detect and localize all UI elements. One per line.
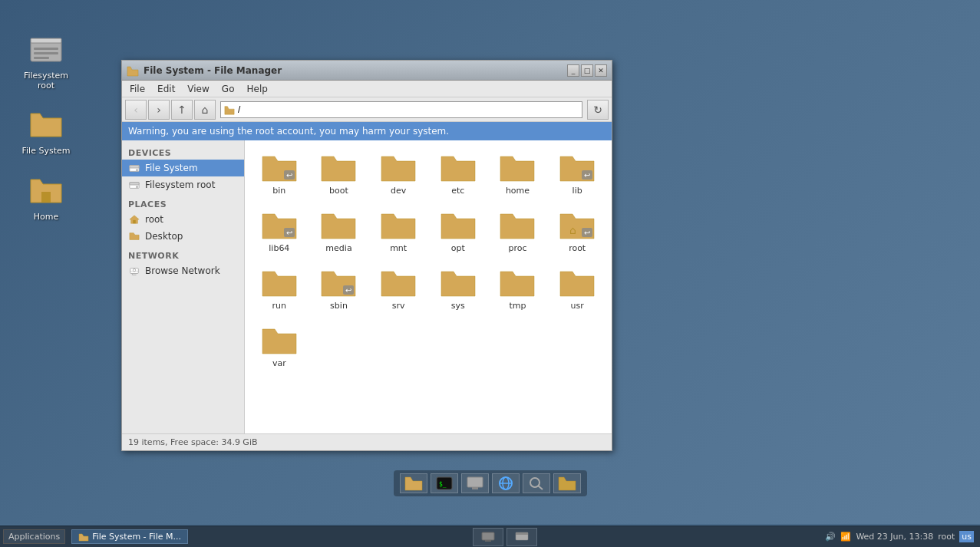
svg-rect-66 — [516, 532, 528, 535]
folder-icon-var — [261, 325, 298, 357]
active-window-button[interactable]: File System - File M... — [71, 529, 188, 544]
file-item-srv[interactable]: srv — [370, 262, 427, 316]
warning-text: Warning, you are using the root account,… — [128, 126, 449, 137]
sidebar-section-devices: DEVICES File System — [122, 145, 244, 193]
desktop-icon-home[interactable]: Home — [15, 172, 77, 222]
desktop: Filesystem root File System Home — [0, 0, 980, 524]
svg-marker-48 — [500, 272, 534, 296]
close-button[interactable]: ✕ — [595, 64, 607, 77]
svg-marker-9 — [225, 106, 234, 114]
file-item-home[interactable]: home — [490, 147, 546, 201]
menu-view[interactable]: View — [183, 82, 213, 96]
file-item-boot[interactable]: boot — [311, 147, 368, 201]
dock-files[interactable] — [400, 473, 427, 493]
folder-icon-lib: ↩ — [559, 152, 596, 184]
dock-terminal[interactable]: $_ — [431, 473, 458, 493]
file-item-sys[interactable]: sys — [430, 262, 487, 316]
desktop-icon-filesystem-root[interactable]: Filesystem root — [15, 31, 77, 91]
folder-icon-boot — [320, 152, 357, 184]
home-button[interactable]: ⌂ — [194, 100, 216, 120]
taskbar-icon-1[interactable] — [473, 528, 503, 546]
desktop-icon-file-system[interactable]: File System — [15, 106, 77, 156]
svg-rect-64 — [485, 540, 491, 542]
menu-edit[interactable]: Edit — [153, 82, 180, 96]
volume-icon[interactable]: 🔊 — [825, 532, 836, 542]
menu-file[interactable]: File — [125, 82, 150, 96]
file-item-usr[interactable]: usr — [549, 262, 605, 316]
svg-text:↩: ↩ — [584, 171, 590, 180]
folder-icon-opt — [440, 209, 477, 242]
up-button[interactable]: ↑ — [171, 100, 193, 120]
reload-button[interactable]: ↻ — [587, 100, 609, 120]
file-item-mnt[interactable]: mnt — [370, 204, 427, 259]
dock-folder[interactable] — [553, 473, 581, 493]
home-label: Home — [34, 212, 58, 222]
file-item-etc[interactable]: etc — [430, 147, 487, 201]
address-input[interactable] — [238, 104, 579, 115]
file-item-media[interactable]: media — [311, 204, 368, 259]
sidebar-item-filesystem-root[interactable]: Filesystem root — [122, 176, 244, 193]
file-item-var[interactable]: var — [251, 319, 308, 374]
dock-display[interactable] — [461, 473, 489, 493]
desktop-icon-sidebar — [128, 230, 140, 242]
file-item-tmp[interactable]: tmp — [490, 262, 546, 316]
svg-marker-35 — [381, 214, 415, 239]
svg-text:↩: ↩ — [286, 171, 292, 180]
file-item-sbin[interactable]: ↩sbin — [311, 262, 368, 316]
lang-label: us — [959, 531, 974, 542]
folder-icon-dev — [380, 152, 417, 184]
svg-rect-17 — [133, 220, 136, 223]
taskbar-left: Applications File System - File M... — [0, 529, 191, 544]
menu-help[interactable]: Help — [242, 82, 272, 96]
status-text: 19 items, Free space: 34.9 GiB — [128, 437, 258, 447]
svg-marker-50 — [262, 329, 296, 354]
home-icon-sidebar — [128, 213, 140, 226]
file-item-dev[interactable]: dev — [370, 147, 427, 201]
toolbar: ‹ › ↑ ⌂ ↻ — [122, 97, 612, 122]
file-area: ↩binbootdevetchome↩lib↩lib64mediamntoptp… — [245, 140, 612, 433]
file-item-root[interactable]: ↩⌂root — [549, 204, 605, 259]
folder-icon-tmp — [499, 267, 536, 299]
file-item-run[interactable]: run — [251, 262, 308, 316]
applications-menu[interactable]: Applications — [3, 529, 65, 544]
svg-marker-5 — [31, 114, 61, 137]
file-grid: ↩binbootdevetchome↩lib↩lib64mediamntoptp… — [251, 147, 605, 374]
sidebar-item-desktop[interactable]: Desktop — [122, 228, 244, 245]
folder-icon-usr — [559, 267, 596, 299]
svg-rect-14 — [130, 183, 139, 186]
file-item-lib64[interactable]: ↩lib64 — [251, 204, 308, 259]
sidebar-item-browse-network[interactable]: Browse Network — [122, 262, 244, 279]
svg-text:↩: ↩ — [286, 229, 292, 237]
folder-icon-etc — [440, 152, 477, 184]
sidebar-item-root[interactable]: root — [122, 211, 244, 228]
sidebar-section-network: NETWORK Browse Network — [122, 248, 244, 279]
file-item-opt[interactable]: opt — [430, 204, 487, 259]
file-item-lib[interactable]: ↩lib — [549, 147, 605, 201]
file-item-proc[interactable]: proc — [490, 204, 546, 259]
svg-marker-61 — [559, 477, 576, 490]
minimize-button[interactable]: _ — [567, 64, 579, 77]
back-button[interactable]: ‹ — [125, 100, 147, 120]
file-name-tmp: tmp — [509, 301, 526, 311]
drive-icon-2 — [128, 179, 140, 191]
file-name-var: var — [272, 358, 286, 368]
forward-button[interactable]: › — [148, 100, 170, 120]
svg-text:↩: ↩ — [345, 286, 351, 295]
svg-rect-54 — [467, 477, 483, 487]
taskbar-icon-2[interactable] — [506, 528, 537, 546]
svg-text:↩: ↩ — [584, 229, 590, 237]
dock-browser[interactable] — [492, 473, 520, 493]
menu-go[interactable]: Go — [217, 82, 239, 96]
file-name-mnt: mnt — [390, 243, 407, 253]
svg-text:$_: $_ — [439, 481, 447, 488]
maximize-button[interactable]: □ — [581, 64, 593, 77]
dock-search[interactable] — [523, 473, 550, 493]
user-label: root — [938, 532, 955, 542]
svg-marker-25 — [381, 157, 415, 181]
network-status-icon[interactable]: 📶 — [840, 532, 851, 542]
folder-icon-sbin: ↩ — [320, 267, 357, 299]
svg-text:⌂: ⌂ — [569, 224, 576, 236]
svg-rect-1 — [31, 38, 61, 43]
file-item-bin[interactable]: ↩bin — [251, 147, 308, 201]
sidebar-item-file-system[interactable]: File System — [122, 160, 244, 176]
